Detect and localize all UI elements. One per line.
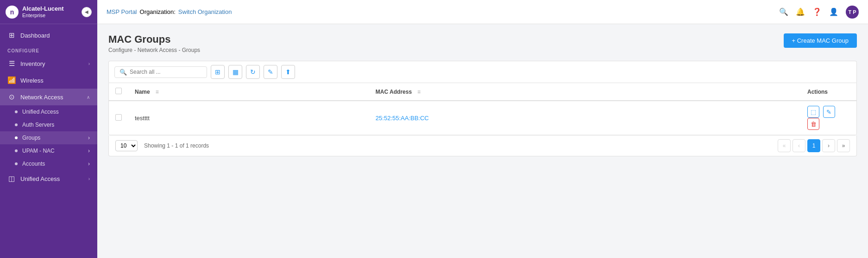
- inventory-icon: ☰: [7, 59, 16, 68]
- brand-name: Alcatel-Lucent: [22, 5, 64, 12]
- prev-page-btn[interactable]: ‹: [793, 139, 805, 152]
- pagination-bar: 10 25 50 Showing 1 - 1 of 1 records « ‹ …: [108, 135, 857, 156]
- refresh-icon: ↻: [250, 68, 256, 76]
- chevron-accounts: ›: [88, 161, 90, 167]
- user-avatar[interactable]: T P: [846, 6, 859, 19]
- bullet-accounts: [15, 162, 18, 165]
- name-col-menu-icon[interactable]: ≡: [156, 89, 159, 95]
- first-page-btn[interactable]: «: [778, 139, 791, 152]
- topbar-org-label: Organization:: [140, 8, 176, 15]
- sidebar-subitem-groups[interactable]: Groups › MAC Groups IP Groups Service Gr…: [0, 131, 97, 144]
- search-icon: 🔍: [120, 69, 127, 76]
- user-icon[interactable]: 👤: [829, 7, 838, 16]
- columns-btn[interactable]: ⊞: [211, 65, 225, 79]
- pagination-nav: « ‹ 1 › »: [778, 139, 850, 152]
- sidebar-nav: ⊞ Dashboard CONFIGURE ☰ Inventory › 📶 Wi…: [0, 24, 97, 258]
- page-header: MAC Groups Configure - Network Access - …: [108, 33, 857, 53]
- sidebar-subitem-auth-servers[interactable]: Auth Servers: [0, 118, 97, 131]
- topbar: MSP Portal Organization: Switch Organiza…: [97, 0, 868, 24]
- sidebar-label-inventory: Inventory: [20, 60, 88, 67]
- chevron-groups: ›: [88, 135, 90, 141]
- view-action-btn[interactable]: ⬚: [807, 106, 819, 118]
- row-name-cell: testttt: [128, 101, 369, 135]
- row-checkbox[interactable]: [115, 114, 122, 121]
- last-page-btn[interactable]: »: [837, 139, 850, 152]
- edit-btn[interactable]: ✎: [264, 65, 277, 79]
- sidebar-item-network-access[interactable]: ⊙ Network Access ∧: [0, 89, 97, 105]
- create-mac-group-button[interactable]: + Create MAC Group: [784, 33, 857, 48]
- sidebar-item-dashboard[interactable]: ⊞ Dashboard: [0, 27, 97, 44]
- row-checkbox-cell: [109, 101, 128, 135]
- toolbar: 🔍 ⊞ ▦ ↻ ✎ ⬆: [108, 61, 857, 83]
- search-input[interactable]: [130, 69, 202, 75]
- th-actions: Actions: [801, 83, 856, 101]
- page-title: MAC Groups: [108, 33, 200, 45]
- sidebar-label-network-access: Network Access: [20, 94, 87, 101]
- delete-action-btn[interactable]: 🗑: [807, 118, 819, 130]
- sidebar-subitem-accounts[interactable]: Accounts ›: [0, 157, 97, 170]
- edit-action-btn[interactable]: ✎: [823, 106, 835, 118]
- sidebar-sublabel-groups: Groups: [22, 135, 40, 141]
- sidebar-sublabel-upam-nac: UPAM - NAC: [22, 148, 55, 154]
- sidebar-subitem-unified-access[interactable]: Unified Access: [0, 105, 97, 118]
- sidebar: n Alcatel-Lucent Enterprise ◀ ⊞ Dashboar…: [0, 0, 97, 258]
- th-mac-address: MAC Address ≡: [369, 83, 801, 101]
- brand-text: Alcatel-Lucent Enterprise: [22, 5, 64, 19]
- bullet-unified-access: [15, 110, 18, 113]
- select-all-checkbox[interactable]: [115, 88, 122, 94]
- table-icon: ▦: [233, 68, 239, 76]
- upload-icon: ⬆: [285, 68, 291, 76]
- topbar-left: MSP Portal Organization: Switch Organiza…: [107, 8, 232, 15]
- page-header-left: MAC Groups Configure - Network Access - …: [108, 33, 200, 53]
- sidebar-subitem-upam-nac[interactable]: UPAM - NAC ›: [0, 144, 97, 157]
- sidebar-item-wireless[interactable]: 📶 Wireless: [0, 72, 97, 89]
- chevron-unified-access: ›: [88, 176, 90, 181]
- search-topbar-icon[interactable]: 🔍: [779, 7, 788, 16]
- sidebar-label-wireless: Wireless: [20, 77, 90, 84]
- th-name-label: Name: [135, 89, 150, 95]
- breadcrumb-network-access[interactable]: Network Access: [138, 47, 177, 53]
- row-actions-cell: ⬚ ✎ 🗑: [801, 101, 856, 135]
- brand-sub: Enterprise: [22, 12, 64, 19]
- switch-org-link[interactable]: Switch Organization: [178, 8, 232, 15]
- main-area: MSP Portal Organization: Switch Organiza…: [97, 0, 868, 258]
- breadcrumb-sep2: -: [178, 47, 182, 53]
- content-area: MAC Groups Configure - Network Access - …: [97, 24, 868, 258]
- msp-portal-link[interactable]: MSP Portal: [107, 8, 137, 15]
- mac-groups-table: Name ≡ MAC Address ≡ Actions: [109, 83, 856, 135]
- sidebar-sublabel-auth-servers: Auth Servers: [22, 122, 54, 128]
- bullet-auth-servers: [15, 123, 18, 126]
- row-mac-cell: 25:52:55:AA:BB:CC: [369, 101, 801, 135]
- network-access-icon: ⊙: [7, 93, 16, 101]
- sidebar-item-inventory[interactable]: ☰ Inventory ›: [0, 55, 97, 72]
- per-page-select[interactable]: 10 25 50: [115, 140, 138, 151]
- chevron-inventory: ›: [88, 61, 90, 66]
- search-box[interactable]: 🔍: [114, 66, 207, 78]
- th-mac-label: MAC Address: [376, 89, 412, 95]
- mac-col-menu-icon[interactable]: ≡: [417, 89, 421, 95]
- edit-icon: ✎: [268, 68, 273, 76]
- topbar-right: 🔍 🔔 ❓ 👤 T P: [779, 6, 859, 19]
- bullet-upam-nac: [15, 149, 18, 152]
- sidebar-logo: n Alcatel-Lucent Enterprise ◀: [0, 0, 97, 24]
- wireless-icon: 📶: [7, 76, 16, 84]
- bell-icon[interactable]: 🔔: [796, 7, 805, 16]
- help-icon[interactable]: ❓: [812, 7, 822, 16]
- refresh-btn[interactable]: ↻: [246, 65, 260, 79]
- sidebar-item-unified-access[interactable]: ◫ Unified Access ›: [0, 170, 97, 187]
- mac-address-link[interactable]: 25:52:55:AA:BB:CC: [376, 115, 429, 122]
- configure-section-label: CONFIGURE: [0, 44, 97, 55]
- chevron-network-access: ∧: [87, 95, 90, 100]
- table-btn[interactable]: ▦: [228, 65, 242, 79]
- breadcrumb-configure[interactable]: Configure: [108, 47, 132, 53]
- columns-icon: ⊞: [215, 68, 220, 76]
- page-1-btn[interactable]: 1: [807, 139, 820, 152]
- bullet-groups: [15, 136, 18, 139]
- sidebar-collapse-btn[interactable]: ◀: [82, 7, 92, 17]
- th-name: Name ≡: [128, 83, 369, 101]
- next-page-btn[interactable]: ›: [822, 139, 835, 152]
- page-info: Showing 1 - 1 of 1 records: [144, 142, 209, 149]
- upload-btn[interactable]: ⬆: [281, 65, 295, 79]
- logo-icon: n: [6, 6, 19, 19]
- th-checkbox: [109, 83, 128, 101]
